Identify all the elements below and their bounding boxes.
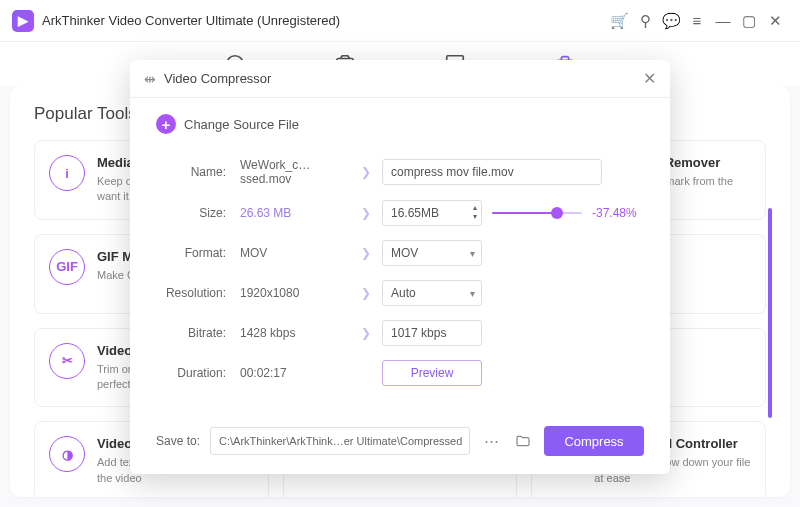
change-source-label[interactable]: Change Source File (184, 117, 299, 132)
source-name-value: WeWork_c…ssed.mov (240, 158, 350, 186)
source-resolution-value: 1920x1080 (240, 286, 350, 300)
more-options-button[interactable]: ⋯ (480, 430, 502, 452)
modal-overlay: ⇹ Video Compressor ✕ + Change Source Fil… (0, 0, 800, 507)
dialog-title: Video Compressor (164, 71, 271, 86)
arrow-icon: ❯ (350, 206, 382, 220)
add-source-button[interactable]: + (156, 114, 176, 134)
source-format-value: MOV (240, 246, 350, 260)
arrow-icon: ❯ (350, 286, 382, 300)
target-format-select[interactable]: MOV (382, 240, 482, 266)
dialog-header: ⇹ Video Compressor ✕ (130, 60, 670, 98)
stepper-up-icon[interactable]: ▴ (473, 203, 477, 212)
dialog-footer: Save to: C:\ArkThinker\ArkThink…er Ultim… (130, 412, 670, 474)
label-size: Size: (156, 206, 240, 220)
compressor-icon: ⇹ (144, 71, 156, 87)
label-resolution: Resolution: (156, 286, 240, 300)
label-name: Name: (156, 165, 240, 179)
target-name-input[interactable] (382, 159, 602, 185)
browse-folder-button[interactable] (512, 430, 534, 452)
target-bitrate-input[interactable] (382, 320, 482, 346)
source-duration-value: 00:02:17 (240, 366, 350, 380)
target-size-stepper[interactable]: 16.65MB ▴▾ (382, 200, 482, 226)
source-bitrate-value: 1428 kbps (240, 326, 350, 340)
stepper-down-icon[interactable]: ▾ (473, 212, 477, 221)
size-slider[interactable] (492, 212, 582, 214)
slider-thumb[interactable] (551, 207, 563, 219)
arrow-icon: ❯ (350, 326, 382, 340)
arrow-icon: ❯ (350, 165, 382, 179)
source-size-value: 26.63 MB (240, 206, 350, 220)
video-compressor-dialog: ⇹ Video Compressor ✕ + Change Source Fil… (130, 60, 670, 474)
target-resolution-select[interactable]: Auto (382, 280, 482, 306)
save-to-label: Save to: (156, 434, 200, 448)
compress-button[interactable]: Compress (544, 426, 644, 456)
save-path-field[interactable]: C:\ArkThinker\ArkThink…er Ultimate\Compr… (210, 427, 470, 455)
change-source-row: + Change Source File (156, 114, 644, 134)
size-reduction-percent: -37.48% (592, 206, 637, 220)
label-format: Format: (156, 246, 240, 260)
label-bitrate: Bitrate: (156, 326, 240, 340)
target-size-value: 16.65MB (391, 206, 439, 220)
arrow-icon: ❯ (350, 246, 382, 260)
preview-button[interactable]: Preview (382, 360, 482, 386)
close-dialog-button[interactable]: ✕ (643, 69, 656, 88)
label-duration: Duration: (156, 366, 240, 380)
